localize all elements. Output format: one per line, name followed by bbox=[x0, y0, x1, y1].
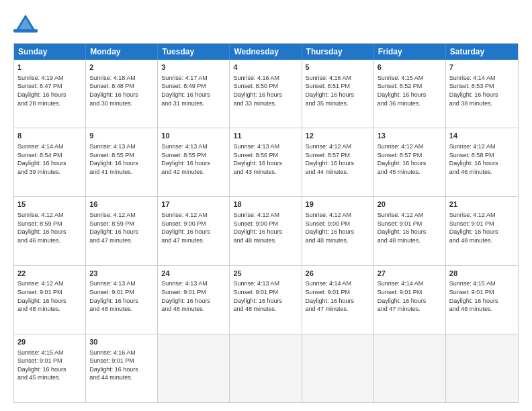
day-header-tuesday: Tuesday bbox=[158, 44, 230, 60]
day-number: 30 bbox=[89, 337, 154, 347]
calendar-cell: 14Sunrise: 4:12 AM Sunset: 8:58 PM Dayli… bbox=[446, 128, 518, 196]
calendar-cell: 30Sunrise: 4:16 AM Sunset: 9:01 PM Dayli… bbox=[86, 334, 158, 402]
day-number: 4 bbox=[233, 62, 298, 73]
day-info: Sunrise: 4:15 AM Sunset: 8:52 PM Dayligh… bbox=[378, 74, 442, 107]
day-number: 27 bbox=[378, 269, 442, 279]
calendar-body: 1Sunrise: 4:19 AM Sunset: 8:47 PM Daylig… bbox=[14, 60, 518, 402]
day-info: Sunrise: 4:12 AM Sunset: 9:01 PM Dayligh… bbox=[17, 279, 82, 313]
day-info: Sunrise: 4:14 AM Sunset: 9:01 PM Dayligh… bbox=[306, 279, 370, 313]
day-number: 23 bbox=[89, 269, 154, 279]
day-info: Sunrise: 4:13 AM Sunset: 9:01 PM Dayligh… bbox=[233, 279, 298, 313]
day-number: 9 bbox=[89, 131, 154, 141]
day-number: 26 bbox=[306, 269, 370, 279]
day-info: Sunrise: 4:13 AM Sunset: 9:01 PM Dayligh… bbox=[89, 279, 154, 313]
calendar-cell: 7Sunrise: 4:14 AM Sunset: 8:53 PM Daylig… bbox=[446, 60, 518, 128]
calendar-cell: 19Sunrise: 4:12 AM Sunset: 9:00 PM Dayli… bbox=[302, 197, 374, 265]
calendar-cell: 29Sunrise: 4:15 AM Sunset: 9:01 PM Dayli… bbox=[14, 334, 86, 402]
calendar-cell bbox=[446, 334, 518, 402]
calendar-cell: 20Sunrise: 4:12 AM Sunset: 9:01 PM Dayli… bbox=[374, 197, 446, 265]
calendar-header: SundayMondayTuesdayWednesdayThursdayFrid… bbox=[14, 44, 518, 60]
calendar-page: SundayMondayTuesdayWednesdayThursdayFrid… bbox=[0, 0, 532, 411]
calendar-cell bbox=[374, 334, 446, 402]
calendar-cell: 8Sunrise: 4:14 AM Sunset: 8:54 PM Daylig… bbox=[14, 128, 86, 196]
day-info: Sunrise: 4:16 AM Sunset: 8:51 PM Dayligh… bbox=[306, 74, 370, 107]
day-info: Sunrise: 4:13 AM Sunset: 8:55 PM Dayligh… bbox=[89, 142, 154, 176]
day-number: 7 bbox=[449, 62, 515, 73]
calendar: SundayMondayTuesdayWednesdayThursdayFrid… bbox=[13, 43, 519, 403]
day-info: Sunrise: 4:15 AM Sunset: 9:01 PM Dayligh… bbox=[449, 279, 515, 313]
day-number: 19 bbox=[306, 199, 370, 210]
day-info: Sunrise: 4:12 AM Sunset: 9:00 PM Dayligh… bbox=[233, 211, 298, 244]
day-number: 11 bbox=[233, 131, 298, 141]
day-info: Sunrise: 4:14 AM Sunset: 9:01 PM Dayligh… bbox=[378, 279, 442, 313]
day-info: Sunrise: 4:14 AM Sunset: 8:53 PM Dayligh… bbox=[449, 74, 515, 107]
calendar-cell: 5Sunrise: 4:16 AM Sunset: 8:51 PM Daylig… bbox=[302, 60, 374, 128]
day-info: Sunrise: 4:12 AM Sunset: 8:57 PM Dayligh… bbox=[306, 142, 370, 176]
day-info: Sunrise: 4:12 AM Sunset: 9:01 PM Dayligh… bbox=[378, 211, 442, 244]
calendar-cell: 22Sunrise: 4:12 AM Sunset: 9:01 PM Dayli… bbox=[14, 266, 86, 334]
day-number: 10 bbox=[161, 131, 226, 141]
calendar-cell: 10Sunrise: 4:13 AM Sunset: 8:55 PM Dayli… bbox=[158, 128, 230, 196]
svg-rect-2 bbox=[13, 29, 38, 32]
day-number: 2 bbox=[89, 62, 154, 73]
day-info: Sunrise: 4:12 AM Sunset: 8:59 PM Dayligh… bbox=[89, 211, 154, 244]
day-header-wednesday: Wednesday bbox=[230, 44, 302, 60]
calendar-cell bbox=[302, 334, 374, 402]
calendar-cell: 4Sunrise: 4:16 AM Sunset: 8:50 PM Daylig… bbox=[230, 60, 302, 128]
calendar-row-4: 22Sunrise: 4:12 AM Sunset: 9:01 PM Dayli… bbox=[14, 265, 518, 334]
day-number: 28 bbox=[449, 269, 515, 279]
day-header-monday: Monday bbox=[86, 44, 158, 60]
calendar-cell: 25Sunrise: 4:13 AM Sunset: 9:01 PM Dayli… bbox=[230, 266, 302, 334]
calendar-cell: 9Sunrise: 4:13 AM Sunset: 8:55 PM Daylig… bbox=[86, 128, 158, 196]
calendar-cell: 6Sunrise: 4:15 AM Sunset: 8:52 PM Daylig… bbox=[374, 60, 446, 128]
day-info: Sunrise: 4:16 AM Sunset: 9:01 PM Dayligh… bbox=[89, 349, 154, 382]
day-info: Sunrise: 4:19 AM Sunset: 8:47 PM Dayligh… bbox=[17, 74, 82, 107]
day-info: Sunrise: 4:14 AM Sunset: 8:54 PM Dayligh… bbox=[17, 142, 82, 176]
day-number: 14 bbox=[449, 131, 515, 141]
day-info: Sunrise: 4:12 AM Sunset: 8:57 PM Dayligh… bbox=[378, 142, 442, 176]
calendar-cell: 2Sunrise: 4:18 AM Sunset: 8:48 PM Daylig… bbox=[86, 60, 158, 128]
day-number: 16 bbox=[89, 199, 154, 210]
calendar-cell: 23Sunrise: 4:13 AM Sunset: 9:01 PM Dayli… bbox=[86, 266, 158, 334]
calendar-cell: 26Sunrise: 4:14 AM Sunset: 9:01 PM Dayli… bbox=[302, 266, 374, 334]
calendar-cell bbox=[158, 334, 230, 402]
day-number: 29 bbox=[17, 337, 82, 347]
day-number: 21 bbox=[449, 199, 515, 210]
day-number: 1 bbox=[17, 62, 82, 73]
calendar-row-2: 8Sunrise: 4:14 AM Sunset: 8:54 PM Daylig… bbox=[14, 128, 518, 196]
calendar-cell: 3Sunrise: 4:17 AM Sunset: 8:49 PM Daylig… bbox=[158, 60, 230, 128]
day-number: 6 bbox=[378, 62, 442, 73]
day-header-saturday: Saturday bbox=[446, 44, 518, 60]
day-info: Sunrise: 4:13 AM Sunset: 8:55 PM Dayligh… bbox=[161, 142, 226, 176]
calendar-row-3: 15Sunrise: 4:12 AM Sunset: 8:59 PM Dayli… bbox=[14, 196, 518, 265]
day-number: 22 bbox=[17, 269, 82, 279]
day-number: 24 bbox=[161, 269, 226, 279]
day-number: 8 bbox=[17, 131, 82, 141]
calendar-cell: 21Sunrise: 4:12 AM Sunset: 9:01 PM Dayli… bbox=[446, 197, 518, 265]
day-info: Sunrise: 4:13 AM Sunset: 9:01 PM Dayligh… bbox=[161, 279, 226, 313]
calendar-cell: 12Sunrise: 4:12 AM Sunset: 8:57 PM Dayli… bbox=[302, 128, 374, 196]
day-info: Sunrise: 4:12 AM Sunset: 9:01 PM Dayligh… bbox=[449, 211, 515, 244]
day-info: Sunrise: 4:16 AM Sunset: 8:50 PM Dayligh… bbox=[233, 74, 298, 107]
calendar-cell: 28Sunrise: 4:15 AM Sunset: 9:01 PM Dayli… bbox=[446, 266, 518, 334]
day-info: Sunrise: 4:18 AM Sunset: 8:48 PM Dayligh… bbox=[89, 74, 154, 107]
day-number: 18 bbox=[233, 199, 298, 210]
day-info: Sunrise: 4:12 AM Sunset: 8:59 PM Dayligh… bbox=[17, 211, 82, 244]
header bbox=[13, 12, 519, 36]
calendar-row-1: 1Sunrise: 4:19 AM Sunset: 8:47 PM Daylig… bbox=[14, 60, 518, 128]
calendar-cell bbox=[230, 334, 302, 402]
day-header-sunday: Sunday bbox=[14, 44, 86, 60]
day-number: 20 bbox=[378, 199, 442, 210]
day-number: 12 bbox=[306, 131, 370, 141]
calendar-cell: 27Sunrise: 4:14 AM Sunset: 9:01 PM Dayli… bbox=[374, 266, 446, 334]
day-info: Sunrise: 4:17 AM Sunset: 8:49 PM Dayligh… bbox=[161, 74, 226, 107]
day-info: Sunrise: 4:13 AM Sunset: 8:56 PM Dayligh… bbox=[233, 142, 298, 176]
calendar-cell: 11Sunrise: 4:13 AM Sunset: 8:56 PM Dayli… bbox=[230, 128, 302, 196]
day-info: Sunrise: 4:12 AM Sunset: 8:58 PM Dayligh… bbox=[449, 142, 515, 176]
logo-icon bbox=[13, 12, 38, 36]
day-number: 13 bbox=[378, 131, 442, 141]
day-info: Sunrise: 4:12 AM Sunset: 9:00 PM Dayligh… bbox=[306, 211, 370, 244]
calendar-cell: 16Sunrise: 4:12 AM Sunset: 8:59 PM Dayli… bbox=[86, 197, 158, 265]
day-info: Sunrise: 4:15 AM Sunset: 9:01 PM Dayligh… bbox=[17, 349, 82, 382]
calendar-cell: 15Sunrise: 4:12 AM Sunset: 8:59 PM Dayli… bbox=[14, 197, 86, 265]
